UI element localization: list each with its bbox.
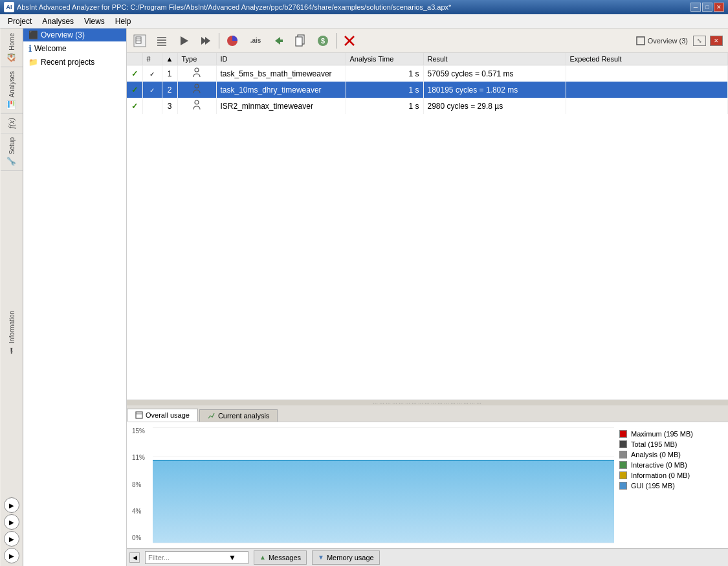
table-row[interactable]: ✓ 3 ISR2_minmax_timeweaver 1 s 2980 cycl…: [127, 98, 728, 114]
play-button-1[interactable]: ▶: [4, 497, 19, 513]
table-row[interactable]: ✓ ✓ 1 task_5ms_bs_math_timeweaver 1 s 57…: [127, 65, 728, 82]
grid-line-0: [153, 427, 614, 428]
sidebar-home[interactable]: 🏠 Home: [1, 28, 23, 67]
row-expected: [566, 98, 728, 114]
messages-tab-btn[interactable]: ▲ Messages: [254, 550, 307, 565]
svg-marker-8: [181, 36, 188, 45]
scroll-left-btn[interactable]: ◀: [129, 552, 140, 563]
information-icon: ℹ: [7, 346, 16, 355]
close-button[interactable]: ✕: [714, 3, 724, 12]
table-row[interactable]: ✓ ✓ 2 task_10ms_dhry_timeweaver 1 s 1801…: [127, 82, 728, 98]
list-icon: [155, 34, 169, 48]
col-check: [127, 53, 142, 65]
legend-max-label: Maximum (195 MB): [631, 430, 693, 438]
row-id: task_10ms_dhry_timeweaver: [216, 82, 346, 98]
sidebar-analyses[interactable]: 📊 Analyses: [1, 67, 23, 114]
arrow-btn[interactable]: [269, 31, 289, 51]
legend-analysis: Analysis (0 MB): [619, 451, 723, 458]
title-bar: AI AbsInt Advanced Analyzer for PPC: C:/…: [0, 0, 728, 14]
memory-icon: ▼: [318, 554, 324, 561]
nav-recent-projects[interactable]: 📁 Recent projects: [23, 56, 126, 69]
status-bar: ◀ ▼ ▲ Messages ▼ Memory usage: [127, 548, 728, 566]
chart-btn[interactable]: [222, 31, 243, 51]
copy-btn[interactable]: [291, 31, 311, 51]
tab-overall-label: Overall usage: [146, 411, 190, 419]
messages-icon: ▲: [259, 554, 266, 561]
memory-usage-tab-btn[interactable]: ▼ Memory usage: [312, 550, 380, 565]
svg-rect-13: [296, 37, 302, 46]
title-bar-controls[interactable]: ─ □ ✕: [690, 3, 724, 12]
nav-panel: ⬛ Overview (3) ℹ Welcome 📁 Recent projec…: [23, 28, 127, 566]
sidebar: 🏠 Home 📊 Analyses f(x) 🔧 Setup ℹ Informa…: [0, 28, 23, 566]
play-button-3[interactable]: ▶: [4, 531, 19, 547]
menu-project[interactable]: Project: [3, 16, 37, 27]
nav-overview[interactable]: ⬛ Overview (3): [23, 28, 126, 41]
restore-btn[interactable]: ⤡: [693, 36, 706, 46]
sidebar-information[interactable]: ℹ Information: [1, 170, 23, 495]
menu-views[interactable]: Views: [79, 16, 110, 27]
row-tick: [142, 98, 162, 114]
close-view-btn[interactable]: ✕: [710, 36, 723, 46]
tab-overall-usage[interactable]: Overall usage: [127, 409, 198, 422]
home-icon: 🏠: [7, 53, 16, 63]
col-result[interactable]: Result: [423, 53, 566, 65]
copy-icon: [294, 34, 308, 48]
nav-welcome[interactable]: ℹ Welcome: [23, 41, 126, 56]
restore-button[interactable]: □: [702, 3, 712, 12]
menu-help[interactable]: Help: [110, 16, 137, 27]
delete-icon: [342, 34, 357, 48]
legend-total-label: Total (195 MB): [631, 440, 678, 448]
col-type[interactable]: Type: [177, 53, 216, 65]
filter-input[interactable]: [148, 554, 226, 561]
col-id[interactable]: ID: [216, 53, 346, 65]
splitter[interactable]: ⋯⋯⋯⋯⋯⋯⋯⋯⋯⋯⋯⋯⋯⋯⋯⋯⋯: [127, 400, 728, 405]
chart-icon: [225, 34, 239, 48]
overview-tab-label: Overview (3): [648, 37, 688, 45]
toolbar-label: Overview (3) ⤡ ✕: [636, 36, 725, 46]
bottom-tabs: Overall usage Current analysis: [127, 405, 728, 422]
col-expected[interactable]: Expected Result: [566, 53, 728, 65]
current-tab-icon: [208, 412, 215, 420]
legend-gui: GUI (195 MB): [619, 482, 723, 490]
tab-current-analysis[interactable]: Current analysis: [199, 409, 278, 422]
row-num: 1: [162, 65, 177, 82]
col-sort[interactable]: ▲: [162, 53, 177, 65]
y-label-15: 15%: [132, 427, 145, 435]
row-time: 1 s: [346, 98, 423, 114]
delete-btn[interactable]: [339, 31, 360, 51]
menu-bar: Project Analyses Views Help: [0, 14, 728, 28]
dollar-btn[interactable]: $: [313, 31, 333, 51]
minimize-button[interactable]: ─: [690, 3, 701, 12]
filter-box[interactable]: ▼: [145, 551, 248, 564]
sidebar-setup[interactable]: 🔧 Setup: [1, 133, 23, 170]
col-num[interactable]: #: [142, 53, 162, 65]
new-analysis-btn[interactable]: [129, 31, 150, 51]
legend-interactive-color: [619, 461, 627, 469]
svg-rect-18: [637, 37, 645, 45]
play-button-4[interactable]: ▶: [4, 548, 19, 563]
y-label-11: 11%: [132, 454, 145, 461]
row-type: [177, 82, 216, 98]
row-tick: ✓: [142, 65, 162, 82]
app-icon: AI: [4, 2, 14, 12]
legend-total: Total (195 MB): [619, 440, 723, 448]
legend-information: Information (0 MB): [619, 471, 723, 479]
list-btn[interactable]: [151, 31, 172, 51]
row-check: ✓: [127, 65, 142, 82]
play-button-2[interactable]: ▶: [4, 514, 19, 530]
col-time[interactable]: Analysis Time: [346, 53, 423, 65]
arrow-icon: [272, 34, 286, 48]
sidebar-fx[interactable]: f(x): [1, 113, 23, 133]
menu-analyses[interactable]: Analyses: [37, 16, 79, 27]
run-btn[interactable]: [173, 31, 194, 51]
overview-icon: ⬛: [28, 30, 38, 40]
row-time: 1 s: [346, 65, 423, 82]
row-expected: [566, 82, 728, 98]
toolbar-sep-2: [336, 33, 336, 49]
row-result: 180195 cycles = 1.802 ms: [423, 82, 566, 98]
ais-btn[interactable]: .ais: [244, 31, 267, 51]
filter-dropdown-icon[interactable]: ▼: [228, 553, 236, 562]
messages-label: Messages: [269, 554, 301, 561]
legend-max-color: [619, 430, 627, 438]
step-btn[interactable]: [195, 31, 216, 51]
